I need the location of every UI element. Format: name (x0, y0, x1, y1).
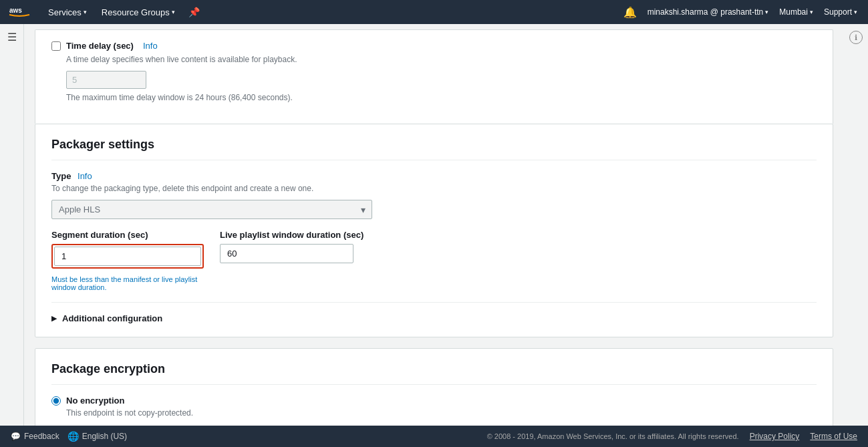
nav-right-section: 🔔 minakshi.sharma @ prashant-ttn ▾ Mumba… (619, 6, 861, 19)
segment-live-row: Segment duration (sec) Must be less than… (51, 230, 817, 291)
time-delay-checkbox[interactable] (51, 41, 61, 51)
segment-input-highlight (51, 244, 204, 269)
pin-icon[interactable]: 📌 (184, 7, 204, 17)
no-encryption-row: No encryption (51, 396, 817, 406)
segment-label: Segment duration (sec) (51, 230, 204, 240)
feedback-label: Feedback (24, 432, 59, 441)
user-chevron-icon: ▾ (765, 9, 768, 15)
package-encryption-card: Package encryption No encryption This en… (35, 348, 833, 426)
segment-hint: Must be less than the manifest or live p… (51, 275, 198, 291)
packager-settings-title: Packager settings (51, 138, 817, 160)
live-playlist-input[interactable] (220, 244, 353, 263)
type-select[interactable]: Apple HLS (51, 200, 372, 219)
globe-icon: 🌐 (67, 431, 79, 442)
services-nav[interactable]: Services ▾ (43, 0, 92, 24)
additional-config-section: ▶ Additional configuration (51, 302, 817, 323)
no-encryption-hint: This endpoint is not copy-protected. (66, 408, 817, 418)
aws-logo[interactable]: aws (7, 4, 32, 20)
bottom-right: © 2008 - 2019, Amazon Web Services, Inc.… (487, 432, 857, 441)
svg-text:aws: aws (9, 7, 22, 14)
content-area: Time delay (sec) Info A time delay speci… (24, 24, 844, 426)
privacy-policy-link[interactable]: Privacy Policy (750, 432, 800, 441)
notification-bell-icon[interactable]: 🔔 (619, 6, 641, 19)
live-playlist-field: Live playlist window duration (sec) (220, 230, 364, 263)
region-menu[interactable]: Mumbai ▾ (775, 7, 817, 17)
type-info-link[interactable]: Info (78, 171, 92, 181)
sidebar-toggle-button[interactable]: ☰ (7, 31, 17, 43)
time-delay-info-link[interactable]: Info (143, 41, 158, 51)
right-info-panel: ℹ (844, 24, 868, 426)
type-field: Type Info To change the packaging type, … (51, 171, 817, 219)
time-delay-input[interactable] (66, 71, 146, 89)
live-playlist-label: Live playlist window duration (sec) (220, 230, 364, 240)
no-encryption-radio[interactable] (51, 396, 61, 406)
time-delay-card: Time delay (sec) Info A time delay speci… (35, 29, 833, 124)
type-desc: To change the packaging type, delete thi… (51, 184, 817, 193)
packager-settings-card: Packager settings Type Info To change th… (35, 124, 833, 337)
services-chevron-icon: ▾ (84, 9, 87, 15)
sidebar: ☰ (0, 24, 24, 426)
support-chevron-icon: ▾ (854, 9, 857, 15)
language-label: English (US) (82, 432, 127, 441)
encryption-title: Package encryption (51, 362, 817, 385)
chat-icon: 💬 (11, 432, 21, 441)
segment-duration-input[interactable] (54, 247, 201, 266)
region-chevron-icon: ▾ (810, 9, 813, 15)
top-navigation: aws Services ▾ Resource Groups ▾ 📌 🔔 min… (0, 0, 868, 24)
time-delay-max-hint: The maximum time delay window is 24 hour… (66, 93, 817, 102)
type-select-wrapper: Apple HLS ▾ (51, 200, 372, 219)
support-menu[interactable]: Support ▾ (820, 7, 861, 17)
time-delay-checkbox-row: Time delay (sec) Info (51, 41, 817, 51)
language-button[interactable]: 🌐 English (US) (67, 431, 127, 442)
user-menu[interactable]: minakshi.sharma @ prashant-ttn ▾ (643, 7, 773, 17)
additional-config-label: Additional configuration (62, 313, 162, 323)
feedback-button[interactable]: 💬 Feedback (11, 432, 59, 441)
type-label: Type (51, 171, 71, 181)
no-encryption-label: No encryption (66, 396, 124, 406)
time-delay-label: Time delay (sec) (66, 41, 134, 51)
bottom-bar: 💬 Feedback 🌐 English (US) © 2008 - 2019,… (0, 426, 868, 447)
info-circle-icon[interactable]: ℹ (849, 31, 863, 44)
copyright-text: © 2008 - 2019, Amazon Web Services, Inc.… (487, 432, 739, 440)
resource-groups-nav[interactable]: Resource Groups ▾ (96, 0, 180, 24)
segment-field: Segment duration (sec) Must be less than… (51, 230, 204, 291)
terms-of-use-link[interactable]: Terms of Use (810, 432, 857, 441)
time-delay-hint: A time delay specifies when live content… (66, 55, 817, 64)
resource-groups-chevron-icon: ▾ (172, 9, 175, 15)
additional-config-expand[interactable]: ▶ Additional configuration (51, 313, 817, 323)
expand-triangle-icon: ▶ (51, 314, 57, 323)
